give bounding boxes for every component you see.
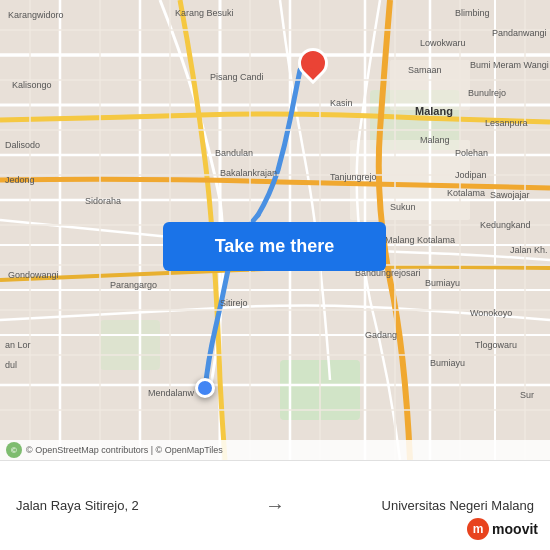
origin-label: Jalan Raya Sitirejo, 2	[16, 498, 253, 513]
map-attribution: © © OpenStreetMap contributors | © OpenM…	[0, 440, 550, 460]
take-me-there-button[interactable]: Take me there	[163, 222, 386, 271]
bottom-bar: Jalan Raya Sitirejo, 2 → Universitas Neg…	[0, 460, 550, 550]
map-container: KarangwidoroKarang BesukiBlimbingPandanw…	[0, 0, 550, 460]
moovit-text: moovit	[492, 521, 538, 537]
svg-rect-4	[350, 140, 470, 220]
origin-marker	[195, 378, 215, 398]
destination-marker	[298, 48, 322, 82]
osm-logo: ©	[6, 442, 22, 458]
moovit-m-icon: m	[473, 523, 484, 535]
arrow-icon: →	[265, 494, 285, 517]
moovit-circle-icon: m	[467, 518, 489, 540]
destination-label: Universitas Negeri Malang	[297, 498, 534, 513]
svg-rect-3	[100, 320, 160, 370]
attribution-text: © OpenStreetMap contributors | © OpenMap…	[26, 445, 223, 455]
moovit-logo: m moovit	[467, 518, 538, 540]
